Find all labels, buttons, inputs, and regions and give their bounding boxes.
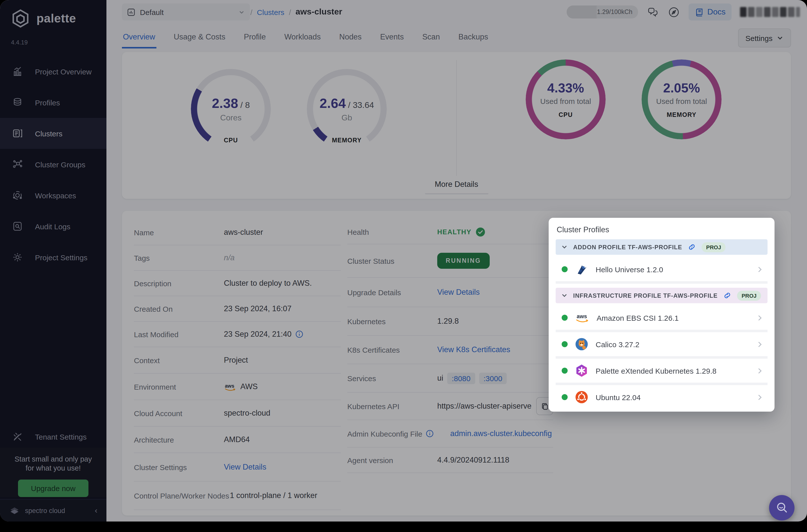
- ubuntu-logo-icon: [575, 390, 589, 404]
- app-window: palette 4.4.19 Project Overview: [0, 0, 807, 521]
- pack-status-dot: [562, 368, 568, 374]
- project-scope-badge: PROJ: [737, 290, 761, 301]
- pack-name: Palette eXtended Kubernetes 1.29.8: [596, 366, 749, 375]
- link-icon: [723, 291, 732, 300]
- pack-name: Calico 3.27.2: [596, 340, 749, 348]
- chevron-right-icon: [756, 314, 764, 321]
- profile-pack-calico[interactable]: Calico 3.27.2: [556, 332, 768, 359]
- search-smile-icon: [774, 500, 789, 515]
- profile-pack-palette-extended-kubernetes[interactable]: Palette eXtended Kubernetes 1.29.8: [556, 359, 768, 385]
- pack-status-dot: [562, 266, 568, 272]
- chevron-right-icon: [756, 367, 764, 374]
- profile-pack-hello-universe[interactable]: Hello Universe 1.2.0: [556, 257, 768, 284]
- pack-name: Hello Universe 1.2.0: [596, 265, 749, 273]
- pack-status-dot: [562, 394, 568, 400]
- pxk-logo-icon: [575, 364, 589, 378]
- chevron-right-icon: [756, 340, 764, 348]
- aws-logo-icon: aws: [575, 312, 589, 323]
- cluster-profiles-popup: Cluster Profiles ADDON PROFILE TF-AWS-PR…: [549, 218, 774, 412]
- pack-name: Ubuntu 22.04: [596, 393, 749, 401]
- screen: palette 4.4.19 Project Overview: [0, 0, 807, 532]
- pack-name: Amazon EBS CSI 1.26.1: [597, 314, 749, 322]
- search-fab[interactable]: [769, 495, 794, 520]
- addon-profile-header[interactable]: ADDON PROFILE TF-AWS-PROFILE PROJ: [556, 239, 768, 255]
- infrastructure-profile-header[interactable]: INFRASTRUCTURE PROFILE TF-AWS-PROFILE PR…: [556, 288, 768, 303]
- chevron-right-icon: [756, 266, 764, 273]
- pack-status-dot: [562, 315, 568, 321]
- hello-universe-logo-icon: [575, 262, 589, 276]
- chevron-down-icon: [561, 244, 568, 250]
- pack-status-dot: [562, 341, 568, 347]
- calico-logo-icon: [575, 337, 589, 351]
- project-scope-badge: PROJ: [701, 242, 726, 252]
- chevron-down-icon: [561, 292, 568, 299]
- profile-pack-ubuntu[interactable]: Ubuntu 22.04: [556, 385, 768, 409]
- profile-header-label: ADDON PROFILE TF-AWS-PROFILE: [573, 244, 682, 250]
- link-icon: [688, 243, 696, 251]
- chevron-right-icon: [756, 393, 764, 401]
- profile-header-label: INFRASTRUCTURE PROFILE TF-AWS-PROFILE: [573, 292, 717, 299]
- svg-text:aws: aws: [577, 313, 587, 320]
- profile-pack-amazon-ebs-csi[interactable]: aws Amazon EBS CSI 1.26.1: [556, 306, 768, 332]
- popup-title: Cluster Profiles: [557, 225, 768, 234]
